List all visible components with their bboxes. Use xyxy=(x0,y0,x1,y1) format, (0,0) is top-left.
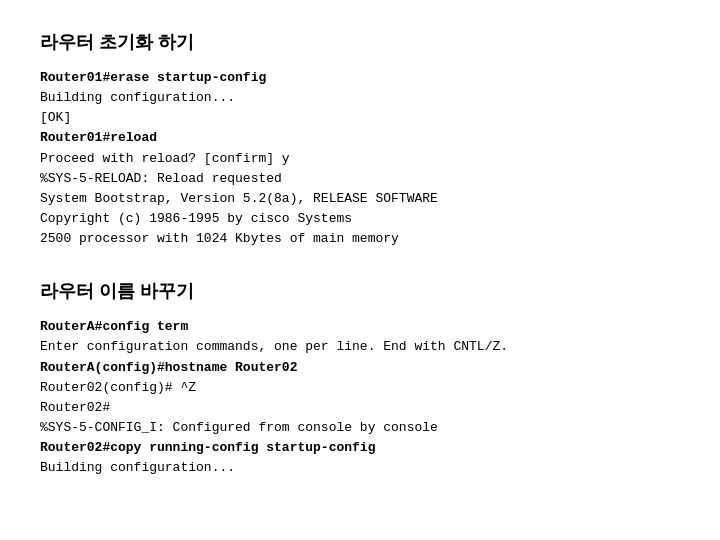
line-1-7: System Bootstrap, Version 5.2(8a), RELEA… xyxy=(40,191,438,206)
line-1-5: Proceed with reload? [confirm] y xyxy=(40,151,290,166)
line-2-1: RouterA#config term xyxy=(40,319,188,334)
line-2-8: Building configuration... xyxy=(40,460,235,475)
line-1-2: Building configuration... xyxy=(40,90,235,105)
line-2-7: Router02#copy running-config startup-con… xyxy=(40,440,375,455)
section-2: 라우터 이름 바꾸기 RouterA#config term Enter con… xyxy=(40,279,680,478)
section-1-code: Router01#erase startup-config Building c… xyxy=(40,68,680,249)
section-2-code: RouterA#config term Enter configuration … xyxy=(40,317,680,478)
line-1-8: Copyright (c) 1986-1995 by cisco Systems xyxy=(40,211,352,226)
line-1-9: 2500 processor with 1024 Kbytes of main … xyxy=(40,231,399,246)
line-1-4: Router01#reload xyxy=(40,130,157,145)
line-2-4: Router02(config)# ^Z xyxy=(40,380,196,395)
line-1-1: Router01#erase startup-config xyxy=(40,70,266,85)
section-1: 라우터 초기화 하기 Router01#erase startup-config… xyxy=(40,30,680,249)
line-1-6: %SYS-5-RELOAD: Reload requested xyxy=(40,171,282,186)
line-1-3: [OK] xyxy=(40,110,71,125)
line-2-3: RouterA(config)#hostname Router02 xyxy=(40,360,297,375)
line-2-2: Enter configuration commands, one per li… xyxy=(40,339,508,354)
line-2-6: %SYS-5-CONFIG_I: Configured from console… xyxy=(40,420,438,435)
section-1-title: 라우터 초기화 하기 xyxy=(40,30,680,54)
section-2-title: 라우터 이름 바꾸기 xyxy=(40,279,680,303)
line-2-5: Router02# xyxy=(40,400,110,415)
